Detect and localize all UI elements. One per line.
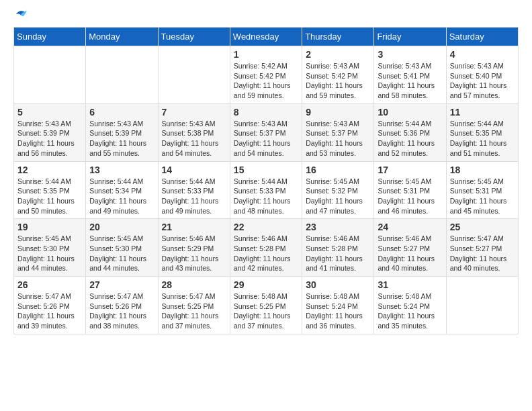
day-number: 8: [234, 107, 298, 118]
day-number: 2: [306, 49, 370, 60]
calendar-cell: 30Sunrise: 5:48 AM Sunset: 5:24 PM Dayli…: [302, 277, 374, 334]
calendar-cell: 12Sunrise: 5:44 AM Sunset: 5:35 PM Dayli…: [14, 161, 86, 219]
day-header-wednesday: Wednesday: [230, 28, 302, 46]
calendar-cell: [158, 46, 230, 104]
day-info: Sunrise: 5:42 AM Sunset: 5:42 PM Dayligh…: [234, 61, 298, 101]
day-number: 29: [234, 279, 298, 290]
day-number: 14: [162, 165, 226, 175]
day-number: 24: [378, 222, 442, 232]
day-number: 26: [17, 279, 82, 290]
calendar-cell: [14, 46, 86, 104]
day-number: 7: [162, 107, 226, 118]
calendar-cell: 19Sunrise: 5:45 AM Sunset: 5:30 PM Dayli…: [14, 219, 86, 277]
day-number: 21: [162, 222, 226, 232]
day-number: 15: [234, 165, 298, 175]
day-info: Sunrise: 5:43 AM Sunset: 5:40 PM Dayligh…: [450, 61, 515, 101]
day-info: Sunrise: 5:47 AM Sunset: 5:26 PM Dayligh…: [89, 291, 154, 331]
day-number: 9: [306, 107, 370, 118]
calendar-cell: 4Sunrise: 5:43 AM Sunset: 5:40 PM Daylig…: [446, 46, 518, 104]
calendar-cell: 1Sunrise: 5:42 AM Sunset: 5:42 PM Daylig…: [230, 46, 302, 104]
day-info: Sunrise: 5:48 AM Sunset: 5:25 PM Dayligh…: [234, 291, 298, 331]
day-info: Sunrise: 5:46 AM Sunset: 5:28 PM Dayligh…: [306, 234, 370, 273]
calendar-cell: 22Sunrise: 5:46 AM Sunset: 5:28 PM Dayli…: [230, 219, 302, 277]
calendar-cell: 16Sunrise: 5:45 AM Sunset: 5:32 PM Dayli…: [302, 161, 374, 219]
day-number: 4: [450, 49, 515, 60]
day-header-friday: Friday: [374, 28, 446, 46]
day-info: Sunrise: 5:44 AM Sunset: 5:34 PM Dayligh…: [89, 177, 154, 216]
day-number: 10: [378, 107, 442, 118]
calendar-week-row: 26Sunrise: 5:47 AM Sunset: 5:26 PM Dayli…: [14, 277, 519, 334]
calendar-cell: 17Sunrise: 5:45 AM Sunset: 5:31 PM Dayli…: [374, 161, 446, 219]
calendar-cell: 29Sunrise: 5:48 AM Sunset: 5:25 PM Dayli…: [230, 277, 302, 334]
day-info: Sunrise: 5:46 AM Sunset: 5:28 PM Dayligh…: [234, 234, 298, 273]
day-info: Sunrise: 5:43 AM Sunset: 5:38 PM Dayligh…: [162, 119, 226, 158]
day-number: 25: [450, 222, 515, 232]
day-number: 19: [17, 222, 82, 232]
calendar-cell: 2Sunrise: 5:43 AM Sunset: 5:42 PM Daylig…: [302, 46, 374, 104]
day-number: 30: [306, 279, 370, 290]
calendar-cell: 15Sunrise: 5:44 AM Sunset: 5:33 PM Dayli…: [230, 161, 302, 219]
day-number: 18: [450, 165, 515, 175]
day-info: Sunrise: 5:44 AM Sunset: 5:33 PM Dayligh…: [234, 177, 298, 216]
logo: [13, 13, 27, 20]
day-info: Sunrise: 5:43 AM Sunset: 5:37 PM Dayligh…: [234, 119, 298, 158]
calendar-week-row: 1Sunrise: 5:42 AM Sunset: 5:42 PM Daylig…: [14, 46, 519, 104]
logo-bird-icon: [15, 8, 27, 20]
calendar-cell: 27Sunrise: 5:47 AM Sunset: 5:26 PM Dayli…: [86, 277, 158, 334]
day-number: 12: [17, 165, 82, 175]
day-header-sunday: Sunday: [14, 28, 86, 46]
calendar-cell: 26Sunrise: 5:47 AM Sunset: 5:26 PM Dayli…: [14, 277, 86, 334]
day-info: Sunrise: 5:44 AM Sunset: 5:35 PM Dayligh…: [17, 177, 82, 216]
day-number: 3: [378, 49, 442, 60]
day-header-tuesday: Tuesday: [158, 28, 230, 46]
day-info: Sunrise: 5:45 AM Sunset: 5:31 PM Dayligh…: [450, 177, 515, 216]
day-number: 16: [306, 165, 370, 175]
calendar-week-row: 19Sunrise: 5:45 AM Sunset: 5:30 PM Dayli…: [14, 219, 519, 277]
day-number: 28: [162, 279, 226, 290]
calendar-cell: 23Sunrise: 5:46 AM Sunset: 5:28 PM Dayli…: [302, 219, 374, 277]
day-number: 11: [450, 107, 515, 118]
calendar-cell: 28Sunrise: 5:47 AM Sunset: 5:25 PM Dayli…: [158, 277, 230, 334]
day-header-monday: Monday: [86, 28, 158, 46]
day-info: Sunrise: 5:44 AM Sunset: 5:35 PM Dayligh…: [450, 119, 515, 158]
day-info: Sunrise: 5:47 AM Sunset: 5:25 PM Dayligh…: [162, 291, 226, 331]
day-number: 6: [89, 107, 154, 118]
day-header-saturday: Saturday: [446, 28, 518, 46]
day-info: Sunrise: 5:45 AM Sunset: 5:30 PM Dayligh…: [89, 234, 154, 273]
calendar-cell: 10Sunrise: 5:44 AM Sunset: 5:36 PM Dayli…: [374, 103, 446, 161]
calendar-cell: [86, 46, 158, 104]
calendar-cell: 7Sunrise: 5:43 AM Sunset: 5:38 PM Daylig…: [158, 103, 230, 161]
day-info: Sunrise: 5:44 AM Sunset: 5:33 PM Dayligh…: [162, 177, 226, 216]
day-number: 13: [89, 165, 154, 175]
calendar-cell: 3Sunrise: 5:43 AM Sunset: 5:41 PM Daylig…: [374, 46, 446, 104]
day-number: 1: [234, 49, 298, 60]
calendar-header-row: SundayMondayTuesdayWednesdayThursdayFrid…: [14, 28, 519, 46]
calendar-cell: 6Sunrise: 5:43 AM Sunset: 5:39 PM Daylig…: [86, 103, 158, 161]
day-info: Sunrise: 5:47 AM Sunset: 5:26 PM Dayligh…: [17, 291, 82, 331]
calendar-cell: 31Sunrise: 5:48 AM Sunset: 5:24 PM Dayli…: [374, 277, 446, 334]
calendar-week-row: 12Sunrise: 5:44 AM Sunset: 5:35 PM Dayli…: [14, 161, 519, 219]
day-info: Sunrise: 5:43 AM Sunset: 5:39 PM Dayligh…: [89, 119, 154, 158]
day-number: 22: [234, 222, 298, 232]
calendar-cell: 21Sunrise: 5:46 AM Sunset: 5:29 PM Dayli…: [158, 219, 230, 277]
calendar-week-row: 5Sunrise: 5:43 AM Sunset: 5:39 PM Daylig…: [14, 103, 519, 161]
calendar-cell: 9Sunrise: 5:43 AM Sunset: 5:37 PM Daylig…: [302, 103, 374, 161]
day-info: Sunrise: 5:46 AM Sunset: 5:27 PM Dayligh…: [378, 234, 442, 273]
calendar-cell: 8Sunrise: 5:43 AM Sunset: 5:37 PM Daylig…: [230, 103, 302, 161]
calendar-cell: 14Sunrise: 5:44 AM Sunset: 5:33 PM Dayli…: [158, 161, 230, 219]
day-info: Sunrise: 5:48 AM Sunset: 5:24 PM Dayligh…: [378, 291, 442, 331]
day-number: 23: [306, 222, 370, 232]
calendar-cell: 18Sunrise: 5:45 AM Sunset: 5:31 PM Dayli…: [446, 161, 518, 219]
day-info: Sunrise: 5:46 AM Sunset: 5:29 PM Dayligh…: [162, 234, 226, 273]
day-number: 17: [378, 165, 442, 175]
day-info: Sunrise: 5:45 AM Sunset: 5:31 PM Dayligh…: [378, 177, 442, 216]
calendar-cell: 24Sunrise: 5:46 AM Sunset: 5:27 PM Dayli…: [374, 219, 446, 277]
calendar-cell: [446, 277, 518, 334]
day-number: 31: [378, 279, 442, 290]
day-info: Sunrise: 5:45 AM Sunset: 5:32 PM Dayligh…: [306, 177, 370, 216]
day-number: 5: [17, 107, 82, 118]
day-info: Sunrise: 5:43 AM Sunset: 5:39 PM Dayligh…: [17, 119, 82, 158]
day-info: Sunrise: 5:43 AM Sunset: 5:37 PM Dayligh…: [306, 119, 370, 158]
page-header: [13, 13, 519, 20]
day-number: 27: [89, 279, 154, 290]
